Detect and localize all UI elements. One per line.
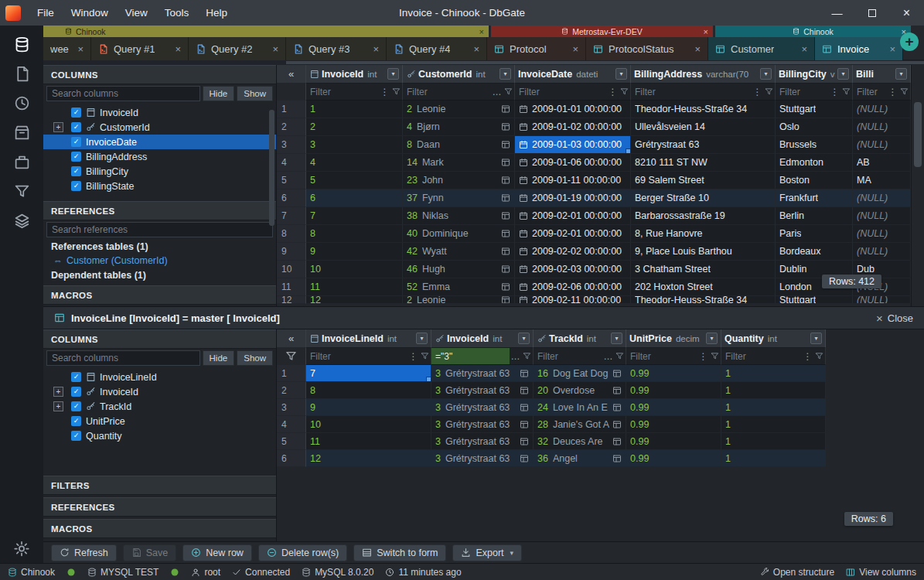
macros-section-header[interactable]: MACROS: [43, 285, 276, 305]
cell-billi[interactable]: MA: [853, 172, 911, 189]
filter-invoiceid[interactable]: Filter⋮: [306, 84, 403, 101]
cell-invoiceid[interactable]: 5: [306, 172, 403, 189]
cell-invoiceid[interactable]: 6: [306, 189, 403, 207]
cell-billi[interactable]: (NULL): [853, 101, 911, 118]
references-section-header[interactable]: REFERENCES: [43, 201, 276, 220]
cell-customerid[interactable]: 40Dominique: [403, 225, 515, 243]
filter-input[interactable]: Filter: [776, 84, 829, 100]
cell-billi[interactable]: (NULL): [853, 296, 911, 304]
cell-invoicelineid[interactable]: 7: [306, 365, 431, 382]
row-number[interactable]: 3: [277, 136, 306, 154]
table-row[interactable]: 6123Grétrystraat 6336Angel0.991: [277, 450, 826, 467]
cell-trackid[interactable]: 28Janie's Got A: [534, 416, 626, 433]
search-references-input[interactable]: [46, 222, 273, 237]
tab-protocolstatus[interactable]: ProtocolStatus×: [586, 37, 708, 60]
maximize-button[interactable]: [854, 0, 889, 26]
clear-filters-button[interactable]: [277, 84, 306, 101]
status-connection-name[interactable]: MYSQL TEST: [87, 567, 159, 578]
macros-section-header[interactable]: MACROS: [43, 519, 276, 538]
column-header-quantity[interactable]: Quantityint▾: [721, 329, 826, 348]
cell-invoiceid[interactable]: 3Grétrystraat 63: [431, 450, 534, 467]
cell-invoiceid[interactable]: 11: [306, 278, 403, 296]
checkbox-checked[interactable]: ✓: [71, 401, 81, 411]
cell-billingcity[interactable]: Boston: [776, 172, 853, 189]
row-number[interactable]: 5: [277, 433, 306, 450]
filter-funnel-icon[interactable]: [813, 352, 825, 360]
cell-invoiceid[interactable]: 9: [306, 243, 403, 261]
collapse-columns-button[interactable]: «: [277, 65, 306, 84]
filter-input[interactable]: Filter: [631, 84, 752, 100]
cell-customerid[interactable]: 52Emma: [403, 278, 515, 296]
collapse-columns-button[interactable]: «: [277, 329, 306, 348]
menu-tools[interactable]: Tools: [156, 7, 198, 19]
row-number[interactable]: 9: [277, 243, 306, 261]
close-tab-icon[interactable]: ×: [175, 43, 181, 55]
column-tree-item-invoicedate[interactable]: ✓InvoiceDate: [43, 135, 276, 149]
cell-invoiceid[interactable]: 3Grétrystraat 63: [431, 365, 534, 382]
column-header-invoicedate[interactable]: InvoiceDatedateti▾: [515, 65, 631, 84]
filter-funnel-icon[interactable]: [898, 87, 910, 96]
cell-invoicedate[interactable]: 2009-01-02 00:00:00: [515, 118, 631, 136]
column-tree-item-unitprice[interactable]: ✓UnitPrice: [43, 414, 276, 428]
cell-invoicedate[interactable]: 2009-02-02 00:00:00: [515, 243, 631, 261]
cell-billingaddress[interactable]: 69 Salem Street: [631, 172, 776, 189]
cell-billingaddress[interactable]: Theodor-Heuss-Straße 34: [631, 101, 776, 118]
filter-ops-icon[interactable]: ⋮: [407, 351, 419, 362]
menu-help[interactable]: Help: [197, 7, 236, 19]
cell-quantity[interactable]: 1: [721, 433, 826, 450]
cell-quantity[interactable]: 1: [721, 450, 826, 467]
export-funnel-icon[interactable]: [14, 183, 30, 200]
row-number[interactable]: 1: [277, 101, 306, 118]
cell-invoicedate[interactable]: 2009-01-19 00:00:00: [515, 189, 631, 207]
cell-trackid[interactable]: 32Deuces Are: [534, 433, 626, 450]
tab-customer[interactable]: Customer×: [708, 37, 815, 60]
row-number[interactable]: 6: [277, 450, 306, 467]
filter-funnel-icon[interactable]: [709, 352, 721, 360]
cell-billingcity[interactable]: Bordeaux: [776, 243, 853, 261]
column-header-unitprice[interactable]: UnitPricedecim▾: [626, 329, 721, 348]
filter-invoicedate[interactable]: Filter⋮: [515, 84, 631, 101]
filter-ops-icon[interactable]: ⋮: [697, 351, 709, 362]
cell-customerid[interactable]: 2Leonie: [403, 296, 515, 304]
filter-funnel-icon[interactable]: [521, 352, 533, 360]
table-row[interactable]: 393Grétrystraat 6324Love In An E0.991: [277, 399, 826, 416]
cell-customerid[interactable]: 8Daan: [403, 136, 515, 154]
column-tree-item-billingstate[interactable]: ✓BillingState: [43, 179, 276, 193]
cell-invoicedate[interactable]: 2009-02-06 00:00:00: [515, 278, 631, 296]
cell-trackid[interactable]: 20Overdose: [534, 382, 626, 399]
cell-invoicedate[interactable]: 2009-02-01 00:00:00: [515, 207, 631, 225]
close-tab-icon[interactable]: ×: [77, 43, 84, 55]
checkbox-checked[interactable]: ✓: [71, 137, 81, 147]
cell-billingcity[interactable]: Oslo: [776, 118, 853, 136]
filter-input[interactable]: Filter: [515, 84, 607, 100]
close-tab-icon[interactable]: ×: [889, 43, 895, 55]
column-tree-item-trackid[interactable]: +✓TrackId: [43, 399, 276, 414]
status-open-structure[interactable]: Open structure: [760, 567, 834, 578]
show-columns-button[interactable]: Show: [237, 86, 273, 101]
tab-invoice[interactable]: Invoice×: [815, 37, 903, 60]
cell-billingcity[interactable]: Stuttgart: [776, 101, 853, 118]
filter-funnel-icon[interactable]: [763, 87, 775, 96]
filters-section-header[interactable]: FILTERS: [43, 476, 276, 495]
close-tab-icon[interactable]: ×: [694, 43, 701, 55]
filter-ops-icon[interactable]: ⋮: [607, 87, 619, 97]
filter-input[interactable]: Filter: [626, 348, 697, 364]
cell-unitprice[interactable]: 0.99: [626, 433, 721, 450]
cell-billi[interactable]: AB: [853, 154, 911, 172]
close-tab-icon[interactable]: ×: [572, 43, 578, 55]
row-number[interactable]: 2: [277, 382, 306, 399]
table-row[interactable]: 101046Hugh2009-02-03 00:00:003 Chatham S…: [277, 261, 911, 278]
menu-view[interactable]: View: [117, 7, 156, 19]
column-header-invoiceid[interactable]: InvoiceIdint▾: [431, 329, 534, 348]
column-header-customerid[interactable]: CustomerIdint▾: [403, 65, 515, 84]
row-number[interactable]: 5: [277, 172, 306, 189]
tab-group-chinook-0[interactable]: Chinook×: [43, 26, 489, 37]
cell-billingcity[interactable]: Paris: [776, 225, 853, 243]
cell-billingcity[interactable]: Brussels: [776, 136, 853, 154]
table-row[interactable]: 12122Leonie2009-02-11 00:00:00Theodor-He…: [277, 296, 911, 304]
menu-file[interactable]: File: [29, 7, 63, 19]
column-tree-item-billingcity[interactable]: ✓BillingCity: [43, 164, 276, 179]
cell-unitprice[interactable]: 0.99: [626, 450, 721, 467]
table-row[interactable]: 4103Grétrystraat 6328Janie's Got A0.991: [277, 416, 826, 433]
column-header-invoiceid[interactable]: InvoiceIdint▾: [306, 65, 403, 84]
